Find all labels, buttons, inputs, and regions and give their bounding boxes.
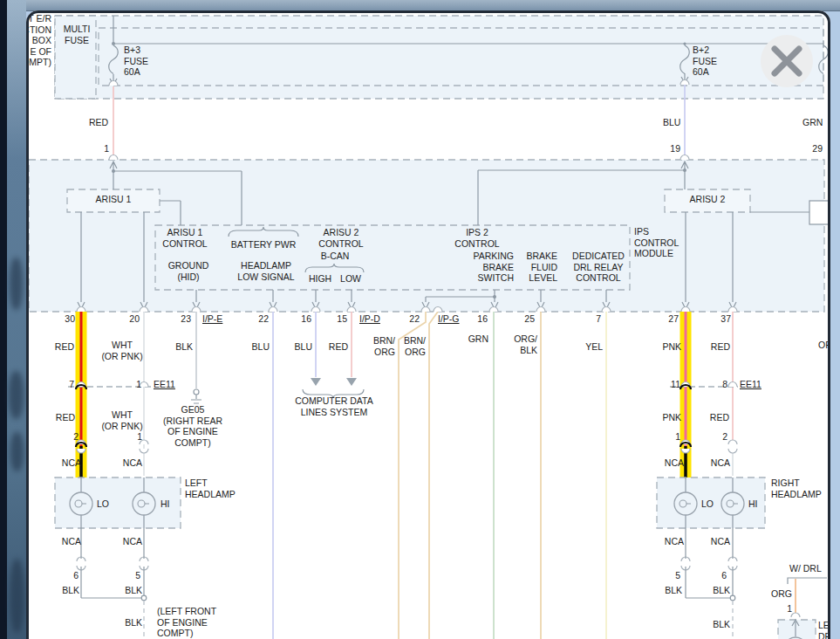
label-pin-1-ee11: 1 [136,379,141,390]
label-wire-pnk-11: PNK [662,412,681,423]
label-wire-blu-top: BLU [663,117,680,128]
label-arisu2-control: ARISU 2 CONTROL [318,227,363,249]
label-pin-20: 20 [129,313,140,325]
label-drl-unit-clipped: LE DR [818,620,830,639]
label-battery-pwr: BATTERY PWR [231,239,297,251]
side-connector-box [809,201,830,224]
blurred-content-blob [10,432,24,471]
label-blk-6-left: BLK [62,585,79,596]
label-wire-orgblk-25: ORG/ BLK [514,333,537,355]
label-computer-data-lines: COMPUTER DATA LINES SYSTEM [295,395,372,417]
label-blk-bottom-right: BLK [713,619,730,630]
label-pin-6-right: 6 [721,570,727,581]
label-pin-19: 19 [670,143,680,155]
wire-brnorg-2 [429,312,438,639]
label-nca2-hi-left: NCA [123,536,142,547]
label-pin-1-right: 1 [675,431,680,443]
label-wire-org-clipped: ORG [818,340,830,351]
label-nca-lo-right: NCA [665,457,684,469]
ground-icon [194,389,199,395]
label-wire-grn-top: GRN [802,117,823,128]
label-pin-2-right: 2 [722,431,727,443]
label-conn-ee11-right: EE11 [740,379,761,390]
label-headlamp-low-signal: HEADLAMP LOW SIGNAL [237,260,294,282]
label-nca2-lo-right: NCA [665,536,684,547]
label-pin-16-blu: 16 [301,313,311,325]
label-pin-2-left: 2 [73,431,79,443]
label-dedicated-drl-relay: DEDICATED DRL RELAY CONTROL [572,251,625,284]
label-pin-25: 25 [524,313,535,325]
label-conn-ee11-left: EE11 [154,379,175,390]
label-nca-hi-right: NCA [711,457,730,469]
blurred-content-blob [10,258,23,310]
label-pin-5-right: 5 [675,570,680,581]
label-blk-5-right: BLK [665,585,682,596]
label-wire-red-7: RED [56,412,75,423]
bump [109,155,689,161]
close-icon [761,35,813,87]
label-blk-6-right: BLK [713,585,730,596]
diagram-canvas[interactable]: HOT AT ALL TIMEST E/R CTION BOX E OF OMP… [26,10,830,639]
label-high: HIGH [309,273,331,285]
label-ge05-note: GE05 (RIGHT REAR OF ENGINE COMPT) [163,404,222,448]
blurred-content-blob [9,371,24,419]
label-wire-wht-1: WHT (OR PNK) [101,409,142,431]
wires [144,312,796,639]
label-pin-5-left: 5 [135,570,140,581]
label-wire-pnk-27: PNK [662,341,681,353]
label-nca2-hi-right: NCA [711,536,730,547]
label-wire-wht-20: WHT (OR PNK) [101,340,142,361]
label-wire-blk-23: BLK [175,341,193,353]
label-wire-red-37: RED [711,341,730,353]
bulb-hi-left-icon [133,492,155,515]
label-wire-red-30: RED [55,341,74,353]
close-button[interactable] [761,35,813,87]
screenshot-stage: HOT AT ALL TIMEST E/R CTION BOX E OF OMP… [0,0,840,639]
background-window-strip-left [0,0,26,639]
label-b-can: B-CAN [321,251,350,262]
label-wire-red-15: RED [329,341,348,353]
splice-dot-left [141,595,147,601]
label-pin-11: 11 [671,379,680,390]
headlamp-out-bumps [77,557,737,570]
bulb-hi-right-icon [721,492,744,515]
diagram-modal: HOT AT ALL TIMEST E/R CTION BOX E OF OMP… [26,10,830,639]
label-wire-red-top: RED [89,117,108,128]
ee11-bumps [77,382,737,388]
can-arrow-low [346,378,357,386]
ground-symbol-ge05 [191,389,201,403]
module-box [29,160,824,312]
bulb-lo-left-icon [70,492,92,515]
label-pin-27: 27 [668,313,679,325]
label-pin-6-left: 6 [73,570,79,581]
label-ground-hid: GROUND (HID) [168,260,209,282]
label-ips2-control: IPS 2 CONTROL [454,227,499,249]
can-arrow-high [311,378,321,386]
label-pin-30: 30 [65,313,75,325]
label-lo-right: LO [701,498,714,510]
label-low: LOW [340,273,361,285]
label-pin-22-brn: 22 [409,313,420,325]
label-top-clipped-text: HOT AT ALL TIMES [103,10,182,14]
label-b3-fuse: B+3 FUSE 60A [124,45,148,78]
label-pin-22-blu: 22 [258,313,269,325]
label-pin-1-drl: 1 [787,603,792,615]
label-nca-hi-left: NCA [123,457,142,469]
label-pin-15: 15 [337,313,347,325]
label-left-front-note: (LEFT FRONT OF ENGINE COMPT) [157,606,216,639]
label-arisu1-box: ARISU 1 [96,194,132,205]
label-hi-left: HI [160,498,170,510]
label-left-headlamp: LEFT HEADLAMP [185,478,236,499]
w-drl-bracket [788,578,827,584]
window-edge-mid [7,0,26,639]
label-wire-grn-16: GRN [468,333,488,345]
ground-icon-lines [191,395,201,403]
blurred-content-blob [10,559,24,633]
label-junction-box-note: T E/R CTION BOX E OF OMPT) [26,13,51,68]
label-w-drl: W/ DRL [789,563,822,574]
label-blk-bottom-left: BLK [125,617,142,629]
label-pin-7-module: 7 [596,313,601,325]
label-wire-red-8: RED [710,412,729,423]
wiring-diagram-svg [26,10,830,639]
bulb-lo-right-icon [674,492,697,515]
